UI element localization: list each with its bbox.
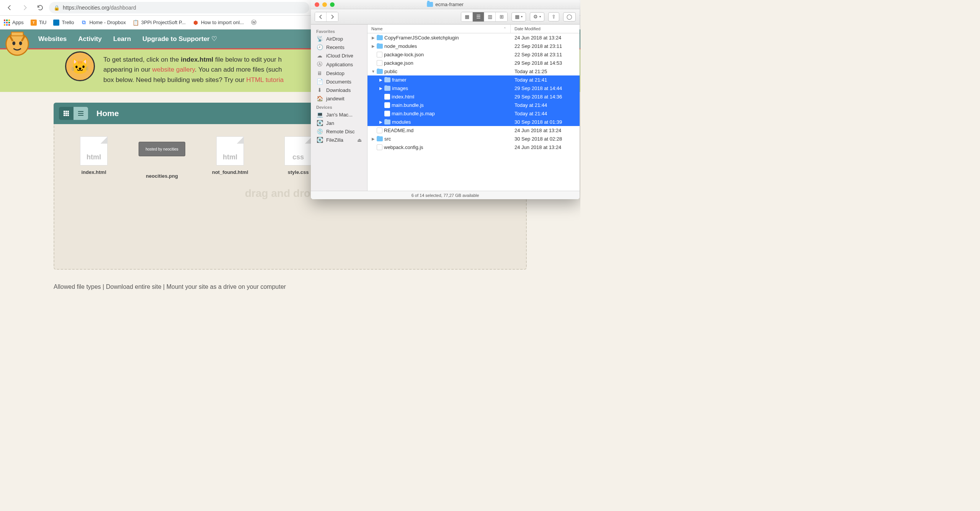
bookmark-trello[interactable]: Trello — [53, 20, 74, 26]
sidebar-item-icloud-drive[interactable]: ☁iCloud Drive — [311, 51, 367, 60]
sidebar-item-documents[interactable]: 📄Documents — [311, 77, 367, 86]
sidebar-icon: 💽 — [316, 137, 323, 143]
file-row[interactable]: ▶framerToday at 21:41 — [368, 75, 580, 84]
file-row[interactable]: main.bundle.js.mapToday at 21:44 — [368, 109, 580, 118]
action-button[interactable]: ⚙ ▾ — [530, 12, 544, 21]
file-row[interactable]: README.md24 Jun 2018 at 13:24 — [368, 126, 580, 134]
sidebar-item-filezilla[interactable]: 💽FileZilla⏏ — [311, 136, 367, 144]
view-segment: ▦ ☰ ▥ ⊞ — [461, 12, 508, 22]
disclosure-icon[interactable] — [371, 128, 375, 133]
file-name: public — [384, 69, 397, 74]
sidebar-item-recents[interactable]: 🕘Recents — [311, 43, 367, 51]
maximize-button[interactable] — [330, 2, 335, 7]
arrow-left-icon — [6, 4, 13, 11]
file-ext: css — [292, 153, 304, 161]
disclosure-icon[interactable] — [371, 145, 375, 149]
chevron-down-icon: ▾ — [539, 15, 541, 18]
sidebar-icon: 🏠 — [316, 95, 323, 102]
file-row[interactable]: ▼publicToday at 21:25 — [368, 67, 580, 75]
column-name[interactable]: Name ⌃ — [368, 25, 511, 33]
file-date: Today at 21:41 — [511, 77, 580, 83]
file-row[interactable]: main.bundle.jsToday at 21:44 — [368, 101, 580, 109]
file-row[interactable]: ▶modules30 Sep 2018 at 01:39 — [368, 118, 580, 126]
mount-drive-link[interactable]: Mount your site as a drive on your compu… — [167, 283, 286, 290]
nav-activity[interactable]: Activity — [78, 35, 101, 43]
finder-titlebar[interactable]: ecma-framer — [311, 0, 580, 9]
bookmark-dropbox[interactable]: ⧉ Home - Dropbox — [81, 20, 126, 26]
nav-learn[interactable]: Learn — [113, 35, 131, 43]
column-date[interactable]: Date Modified — [511, 25, 580, 33]
minimize-button[interactable] — [322, 2, 327, 7]
sidebar-item-jan-s-mac-[interactable]: 💻Jan's Mac... — [311, 110, 367, 119]
file-row[interactable]: package-lock.json22 Sep 2018 at 23:11 — [368, 50, 580, 59]
icon-view-button[interactable]: ▦ — [461, 12, 473, 21]
sidebar-icon: 💿 — [316, 128, 323, 134]
disclosure-icon[interactable]: ▶ — [371, 44, 375, 48]
back-button[interactable] — [3, 2, 16, 13]
file-row[interactable]: ▶node_modules22 Sep 2018 at 23:11 — [368, 42, 580, 50]
list-view-button[interactable] — [74, 107, 88, 120]
bookmark-projectsoft[interactable]: 📋 3PPi ProjectSoft P... — [133, 20, 186, 26]
disclosure-icon[interactable]: ▶ — [379, 78, 383, 82]
disclosure-icon[interactable]: ▶ — [371, 36, 375, 40]
forward-button[interactable] — [18, 2, 31, 13]
gallery-view-button[interactable]: ⊞ — [496, 12, 507, 21]
file-item[interactable]: hosted by neocities neocities.png — [141, 136, 183, 179]
sidebar-item-airdrop[interactable]: 📡AirDrop — [311, 34, 367, 43]
disclosure-icon[interactable] — [371, 52, 375, 57]
file-name: main.bundle.js — [392, 102, 424, 108]
sidebar-item-desktop[interactable]: 🖥Desktop — [311, 69, 367, 77]
close-button[interactable] — [315, 2, 319, 7]
file-row[interactable]: webpack.config.js24 Jun 2018 at 13:24 — [368, 143, 580, 151]
file-row[interactable]: package.json29 Sep 2018 at 14:53 — [368, 59, 580, 67]
sidebar-item-jan[interactable]: 💽Jan — [311, 119, 367, 127]
sidebar-item-remote-disc[interactable]: 💿Remote Disc — [311, 127, 367, 136]
disclosure-icon[interactable]: ▶ — [371, 137, 375, 141]
file-item[interactable]: html index.html — [73, 136, 115, 179]
html-tutorial-link[interactable]: HTML tutoria — [246, 76, 284, 84]
bookmark-apps[interactable]: Apps — [4, 20, 24, 26]
sidebar-icon: 🕘 — [316, 44, 323, 50]
eject-icon[interactable]: ⏏ — [357, 137, 362, 143]
file-item[interactable]: html not_found.html — [209, 136, 251, 179]
column-label: Name — [371, 26, 382, 31]
file-row[interactable]: ▶src30 Sep 2018 at 02:28 — [368, 134, 580, 143]
disclosure-icon[interactable]: ▶ — [379, 120, 383, 124]
file-date: 22 Sep 2018 at 23:11 — [511, 43, 580, 49]
finder-back-button[interactable] — [315, 12, 327, 21]
bookmark-html5[interactable]: ⬢ How to import onl... — [193, 20, 244, 26]
sidebar-item-applications[interactable]: ⒶApplications — [311, 60, 367, 69]
address-bar[interactable]: 🔒 https://neocities.org/dashboard — [49, 2, 309, 13]
file-row[interactable]: index.html29 Sep 2018 at 14:36 — [368, 92, 580, 101]
list-view-button[interactable]: ☰ — [473, 12, 484, 21]
sidebar-item-jandewit[interactable]: 🏠jandewit — [311, 94, 367, 103]
disclosure-icon[interactable]: ▼ — [371, 69, 375, 74]
disclosure-icon[interactable] — [371, 61, 375, 65]
disclosure-icon[interactable]: ▶ — [379, 86, 383, 90]
download-site-link[interactable]: Download entire site — [106, 283, 162, 290]
disclosure-icon[interactable] — [379, 95, 383, 99]
nav-upgrade[interactable]: Upgrade to Supporter ♡ — [142, 35, 217, 43]
disclosure-icon[interactable] — [379, 103, 383, 107]
tags-button[interactable]: ◯ — [563, 12, 576, 21]
nav-websites[interactable]: Websites — [38, 35, 67, 43]
reload-button[interactable] — [34, 2, 47, 13]
grid-view-button[interactable] — [59, 107, 74, 120]
file-row[interactable]: ▶CopyFramerJSCode.sketchplugin24 Jun 201… — [368, 33, 580, 42]
finder-forward-button[interactable] — [327, 12, 338, 21]
file-row[interactable]: ▶images29 Sep 2018 at 14:44 — [368, 84, 580, 92]
sidebar-item-downloads[interactable]: ⬇Downloads — [311, 86, 367, 94]
column-view-button[interactable]: ▥ — [484, 12, 496, 21]
finder-window: ecma-framer ▦ ☰ ▥ ⊞ ▦ ▾ ⚙ ▾ ⇧ ◯ Favorite… — [311, 0, 580, 199]
website-gallery-link[interactable]: website gallery — [152, 66, 195, 73]
arrange-button[interactable]: ▦ ▾ — [511, 12, 526, 21]
disclosure-icon[interactable] — [379, 111, 383, 116]
image-thumbnail: hosted by neocities — [139, 142, 185, 156]
bookmark-tiu[interactable]: T TiU — [31, 20, 47, 26]
folder-icon — [384, 77, 390, 82]
bookmark-wordpress[interactable]: ⓦ — [251, 20, 259, 26]
share-button[interactable]: ⇧ — [548, 12, 559, 21]
allowed-filetypes-link[interactable]: Allowed file types — [54, 283, 101, 290]
neocities-logo[interactable] — [2, 28, 32, 58]
lock-icon: 🔒 — [54, 5, 60, 11]
